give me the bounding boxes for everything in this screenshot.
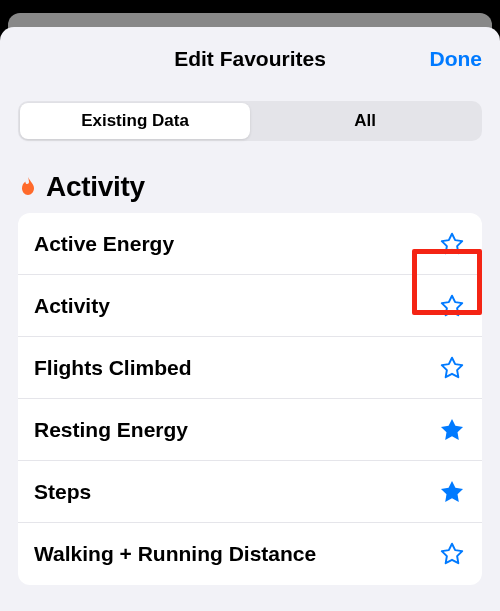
star-outline-icon — [439, 355, 465, 381]
activity-section: Activity Active Energy Activity Flights … — [0, 171, 500, 585]
row-label: Steps — [34, 480, 91, 504]
row-steps: Steps — [18, 461, 482, 523]
star-outline-icon — [439, 541, 465, 567]
favourite-toggle[interactable] — [438, 540, 466, 568]
row-label: Walking + Running Distance — [34, 542, 316, 566]
favourite-toggle[interactable] — [438, 292, 466, 320]
favourite-toggle[interactable] — [438, 416, 466, 444]
segment-existing-data[interactable]: Existing Data — [20, 103, 250, 139]
row-walking-running-distance: Walking + Running Distance — [18, 523, 482, 585]
sheet-title: Edit Favourites — [174, 47, 326, 71]
segment-all[interactable]: All — [250, 103, 480, 139]
row-label: Flights Climbed — [34, 356, 192, 380]
row-label: Active Energy — [34, 232, 174, 256]
row-resting-energy: Resting Energy — [18, 399, 482, 461]
star-filled-icon — [438, 478, 466, 506]
filter-segmented-control[interactable]: Existing Data All — [18, 101, 482, 141]
sheet-header: Edit Favourites Done — [0, 27, 500, 91]
done-button[interactable]: Done — [430, 47, 483, 71]
row-activity: Activity — [18, 275, 482, 337]
star-filled-icon — [438, 416, 466, 444]
activity-list: Active Energy Activity Flights Climbed R… — [18, 213, 482, 585]
favourite-toggle[interactable] — [438, 478, 466, 506]
section-header: Activity — [0, 171, 500, 213]
favourite-toggle[interactable] — [438, 230, 466, 258]
row-label: Resting Energy — [34, 418, 188, 442]
flame-icon — [18, 175, 38, 199]
section-title: Activity — [46, 171, 145, 203]
favourite-toggle[interactable] — [438, 354, 466, 382]
star-outline-icon — [439, 231, 465, 257]
row-label: Activity — [34, 294, 110, 318]
edit-favourites-sheet: Edit Favourites Done Existing Data All A… — [0, 27, 500, 611]
star-outline-icon — [439, 293, 465, 319]
row-active-energy: Active Energy — [18, 213, 482, 275]
row-flights-climbed: Flights Climbed — [18, 337, 482, 399]
